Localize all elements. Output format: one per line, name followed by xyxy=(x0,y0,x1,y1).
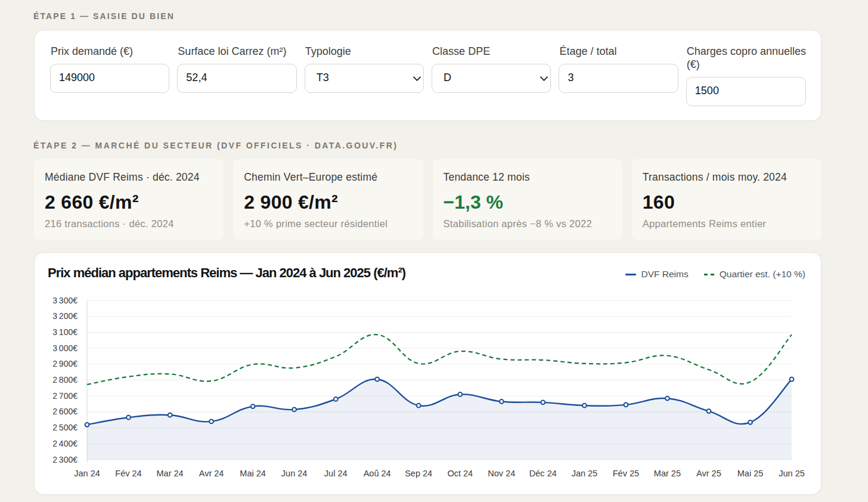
svg-text:3 200€: 3 200€ xyxy=(52,311,78,321)
svg-text:3 000€: 3 000€ xyxy=(52,343,78,353)
svg-text:Mar 25: Mar 25 xyxy=(654,469,681,478)
svg-text:2 700€: 2 700€ xyxy=(52,391,78,401)
svg-text:Fév 24: Fév 24 xyxy=(115,469,141,478)
svg-text:Avr 24: Avr 24 xyxy=(199,469,224,478)
svg-text:Oct 24: Oct 24 xyxy=(447,469,473,478)
svg-text:2 600€: 2 600€ xyxy=(52,407,78,416)
svg-text:Jun 24: Jun 24 xyxy=(281,469,308,478)
svg-text:Mar 24: Mar 24 xyxy=(157,469,184,478)
svg-text:Déc 24: Déc 24 xyxy=(529,469,557,478)
svg-text:2 500€: 2 500€ xyxy=(52,423,78,432)
svg-text:Jun 25: Jun 25 xyxy=(779,469,805,478)
svg-text:Avr 25: Avr 25 xyxy=(696,469,721,478)
svg-text:2 300€: 2 300€ xyxy=(52,455,78,464)
svg-text:Nov 24: Nov 24 xyxy=(488,469,515,478)
svg-text:Jul 24: Jul 24 xyxy=(324,469,348,478)
svg-text:Aoû 24: Aoû 24 xyxy=(364,469,391,478)
svg-text:3 100€: 3 100€ xyxy=(52,327,78,337)
svg-text:Jan 24: Jan 24 xyxy=(74,469,100,478)
svg-text:2 800€: 2 800€ xyxy=(52,375,78,385)
svg-text:Sep 24: Sep 24 xyxy=(405,469,432,478)
svg-text:2 900€: 2 900€ xyxy=(52,359,78,368)
svg-text:3 300€: 3 300€ xyxy=(52,296,78,305)
svg-text:Mai 25: Mai 25 xyxy=(737,469,764,478)
svg-text:2 400€: 2 400€ xyxy=(52,439,78,448)
svg-text:Mai 24: Mai 24 xyxy=(240,469,266,478)
svg-text:Fév 25: Fév 25 xyxy=(613,469,639,478)
svg-text:Jan 25: Jan 25 xyxy=(572,469,598,478)
